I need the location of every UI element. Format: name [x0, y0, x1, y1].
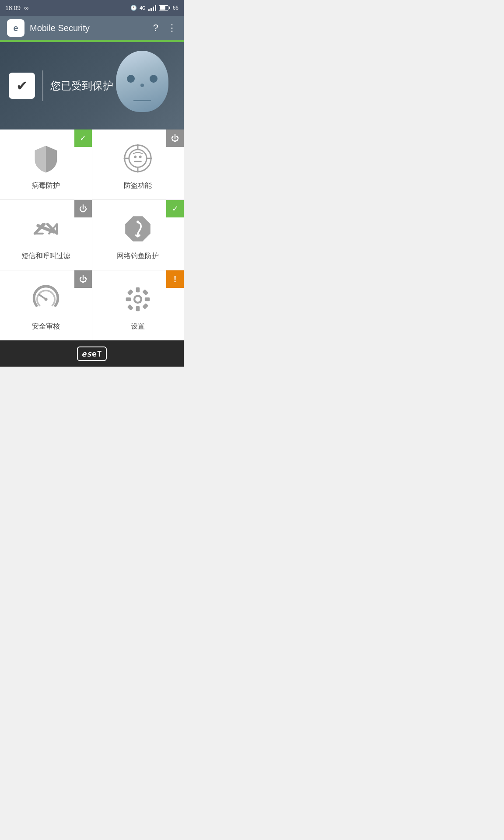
- phishing-hook-icon: [122, 213, 154, 245]
- target-face-icon: [122, 143, 154, 174]
- svg-rect-21: [127, 304, 133, 310]
- sms-filter-icon: [30, 213, 62, 245]
- svg-rect-20: [142, 289, 148, 295]
- protection-check-icon: ✔: [9, 73, 35, 99]
- svg-rect-17: [126, 297, 131, 301]
- alarm-icon: 🕐: [130, 5, 137, 11]
- anti-phishing-badge: ✓: [166, 200, 184, 217]
- anti-phishing-label: 网络钓鱼防护: [117, 252, 159, 261]
- robot-illustration: [109, 51, 175, 125]
- time-display: 18:09: [5, 4, 21, 11]
- svg-rect-22: [142, 303, 148, 309]
- hero-divider: [42, 70, 43, 101]
- svg-rect-8: [134, 161, 142, 162]
- svg-point-12: [44, 298, 47, 301]
- sms-filter-cell[interactable]: ⏻ 短信和呼叫过滤: [0, 200, 92, 270]
- network-type: 4G: [140, 6, 145, 10]
- status-bar: 18:09 ∞ 🕐 4G 66: [0, 0, 184, 16]
- settings-label: 设置: [131, 322, 145, 331]
- app-logo: e: [7, 19, 24, 37]
- svg-rect-18: [145, 297, 150, 301]
- battery-level: 66: [173, 5, 178, 11]
- shield-icon: [30, 143, 62, 174]
- security-audit-badge: ⏻: [74, 270, 92, 288]
- svg-rect-15: [136, 287, 140, 292]
- eset-logo: eseT: [77, 346, 106, 361]
- help-button[interactable]: ?: [153, 22, 158, 34]
- app-bar: e Mobile Security ? ⋮: [0, 16, 184, 40]
- svg-marker-9: [125, 216, 150, 242]
- svg-point-6: [134, 155, 137, 158]
- protection-status-text: 您已受到保护: [50, 79, 113, 93]
- svg-point-7: [139, 155, 142, 158]
- svg-rect-16: [136, 306, 140, 311]
- signal-bars: [148, 5, 156, 11]
- gear-icon: [122, 284, 154, 315]
- security-audit-cell[interactable]: ⏻ 安全审核: [0, 270, 92, 340]
- svg-rect-19: [127, 289, 133, 295]
- virus-protection-cell[interactable]: ✓ 病毒防护: [0, 130, 92, 200]
- settings-badge: !: [166, 270, 184, 288]
- anti-theft-badge: ⏻: [166, 130, 184, 147]
- virus-protection-label: 病毒防护: [32, 181, 60, 190]
- svg-point-10: [136, 220, 139, 223]
- feature-grid: ✓ 病毒防护 ⏻ 防盗功能 ⏻: [0, 130, 184, 340]
- sms-filter-badge: ⏻: [74, 200, 92, 217]
- security-audit-label: 安全审核: [32, 322, 60, 331]
- battery-icon: [159, 5, 170, 10]
- anti-theft-cell[interactable]: ⏻ 防盗功能: [92, 130, 184, 200]
- anti-phishing-cell[interactable]: ✓ 网络钓鱼防护: [92, 200, 184, 270]
- virus-protection-badge: ✓: [74, 130, 92, 147]
- settings-cell[interactable]: ! 设置: [92, 270, 184, 340]
- speedometer-icon: [30, 284, 62, 315]
- anti-theft-label: 防盗功能: [124, 181, 152, 190]
- app-title: Mobile Security: [30, 23, 148, 33]
- infinity-icon: ∞: [24, 4, 28, 11]
- svg-point-14: [135, 297, 140, 302]
- sms-filter-label: 短信和呼叫过滤: [21, 252, 70, 261]
- more-menu-button[interactable]: ⋮: [167, 22, 177, 34]
- footer: eseT: [0, 340, 184, 367]
- hero-banner: ✔ 您已受到保护: [0, 42, 184, 130]
